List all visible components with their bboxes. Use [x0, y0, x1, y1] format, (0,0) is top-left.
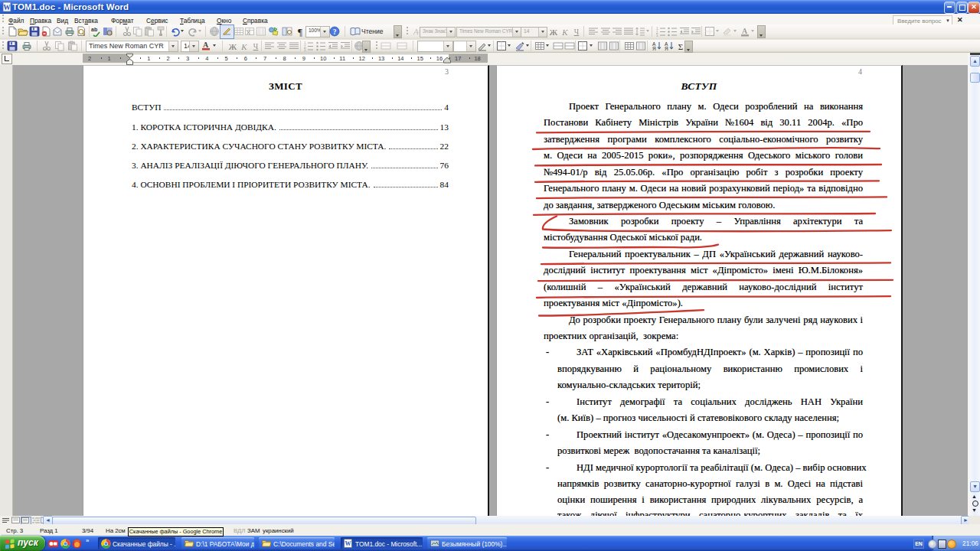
- svg-text:3.: 3.: [304, 48, 307, 51]
- svg-text:Ж: Ж: [229, 42, 237, 51]
- svg-text:Ч: Ч: [574, 28, 580, 36]
- svg-text:A: A: [203, 41, 209, 49]
- svg-text:?: ?: [333, 28, 337, 36]
- svg-text:Я: Я: [665, 46, 668, 51]
- svg-text:A: A: [742, 27, 748, 35]
- svg-text:Ж: Ж: [550, 28, 558, 37]
- svg-text:К: К: [240, 42, 247, 51]
- svg-text:W: W: [3, 4, 11, 11]
- svg-text:ab: ab: [91, 27, 97, 32]
- svg-text:Ч: Ч: [253, 42, 259, 51]
- svg-text:Σ: Σ: [678, 42, 683, 51]
- svg-text:¶: ¶: [298, 26, 302, 37]
- svg-text:Я: Я: [652, 46, 656, 51]
- svg-text:К: К: [561, 28, 568, 37]
- svg-text:3.: 3.: [656, 34, 659, 37]
- svg-text:X: X: [247, 30, 250, 35]
- svg-text:W: W: [345, 540, 351, 547]
